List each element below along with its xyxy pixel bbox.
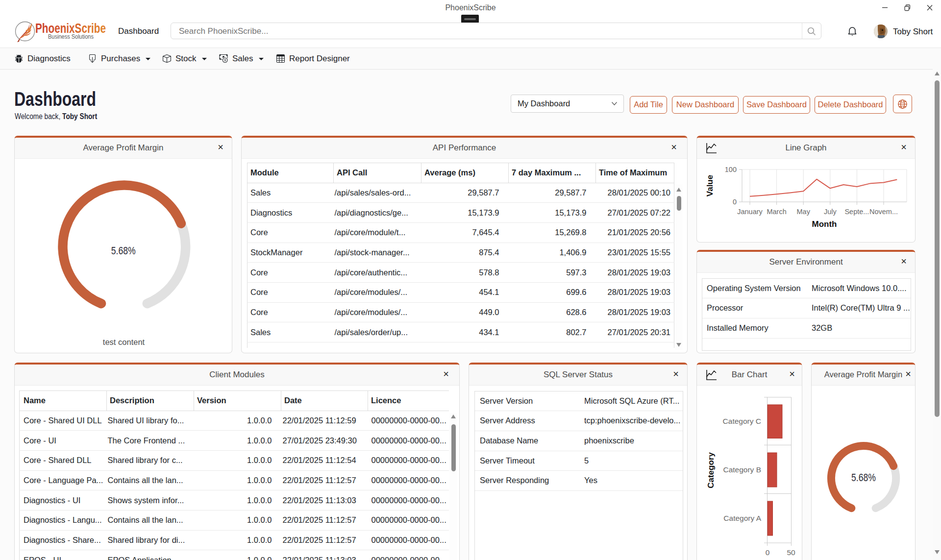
svg-text:0: 0 <box>733 198 737 206</box>
svg-text:Value: Value <box>705 174 715 196</box>
svg-text:50: 50 <box>787 548 795 557</box>
svg-text:Category B: Category B <box>723 465 761 473</box>
svg-text:July: July <box>824 208 837 216</box>
svg-text:Novem...: Novem... <box>869 208 898 216</box>
svg-text:5.68%: 5.68% <box>111 244 136 257</box>
svg-text:Category A: Category A <box>723 513 761 522</box>
svg-text:January: January <box>737 208 763 216</box>
svg-text:Business Solutions: Business Solutions <box>48 33 94 40</box>
svg-text:March: March <box>767 208 786 216</box>
svg-text:May: May <box>796 208 810 216</box>
svg-text:Month: Month <box>812 219 837 229</box>
svg-text:Septe...: Septe... <box>844 208 869 216</box>
svg-text:Category: Category <box>706 452 716 488</box>
svg-text:Category C: Category C <box>723 416 761 425</box>
svg-text:100: 100 <box>725 166 737 173</box>
svg-text:0: 0 <box>766 548 770 557</box>
svg-text:5.68%: 5.68% <box>851 471 876 484</box>
